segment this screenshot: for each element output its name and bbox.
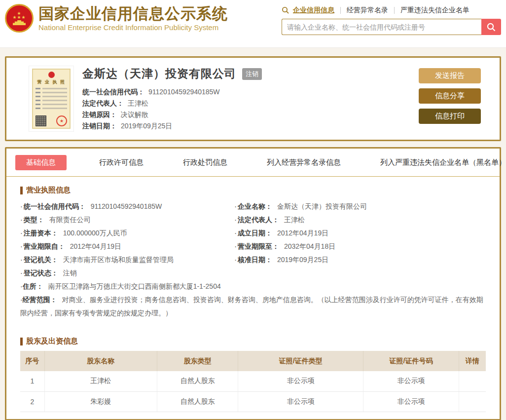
cell-shareholder-type: 自然人股东 (157, 391, 238, 412)
emblem-stars-icon: ★★★★ (12, 11, 26, 19)
top-nav: 企业信用信息 经营异常名录 严重违法失信企业名单 (282, 6, 501, 15)
send-report-button[interactable]: 发送报告 (419, 68, 481, 83)
tab-administrative-license[interactable]: 行政许可信息 (92, 155, 150, 170)
cell-no: 2 (20, 391, 44, 412)
field-company-type: ·类型：有限责任公司 (20, 213, 234, 227)
cell-cert-number: 非公示项 (363, 371, 459, 391)
tab-basic-info[interactable]: 基础信息 (15, 155, 67, 170)
site-subtitle: National Enterprise Credit Information P… (38, 23, 228, 33)
field-registered-capital: ·注册资本：100.000000万人民币 (20, 227, 234, 240)
search-icon (282, 6, 289, 14)
cell-detail (459, 391, 486, 412)
field-term-from: ·营业期限自：2012年04月19日 (20, 240, 234, 253)
shareholder-section: 股东及出资信息 序号 股东名称 股东类型 证照/证件类型 证照/证件号码 详情 … (20, 337, 486, 412)
table-header-row: 序号 股东名称 股东类型 证照/证件类型 证照/证件号码 详情 (20, 351, 486, 371)
col-header-shareholder-type: 股东类型 (157, 351, 238, 371)
nav-link-serious-violations[interactable]: 严重违法失信企业名单 (400, 6, 470, 15)
col-header-no: 序号 (20, 351, 44, 371)
field-credit-code: ·统一社会信用代码：91120104592940185W (20, 200, 234, 213)
section-title-shareholders: 股东及出资信息 (20, 337, 486, 346)
site-title: 国家企业信用信息公示系统 (38, 5, 228, 23)
tab-blacklist[interactable]: 列入严重违法失信企业名单（黑名单）信息 (373, 155, 506, 170)
field-registration-status: ·登记状态：注销 (20, 267, 234, 280)
cell-shareholder-name: 朱彩嫚 (44, 391, 157, 412)
nav-link-enterprise-credit[interactable]: 企业信用信息 (293, 6, 334, 15)
search-button-icon (486, 22, 496, 32)
business-license-thumbnail: 营 业 执 照 ★ (29, 66, 73, 131)
license-red-seal: ★ (56, 115, 67, 126)
field-credit-code: 统一社会信用代码：91120104592940185W (82, 86, 419, 98)
table-row: 2 朱彩嫚 自然人股东 非公示项 非公示项 (20, 391, 486, 412)
col-header-detail: 详情 (459, 351, 486, 371)
search-button[interactable] (481, 19, 501, 35)
nav-separator (394, 7, 395, 14)
cell-no: 1 (20, 371, 44, 391)
field-cancellation-date: 注销日期：2019年09月25日 (82, 120, 419, 132)
national-emblem-logo: ★★★★ (5, 4, 34, 33)
field-registration-authority: ·登记机关：天津市南开区市场和质量监督管理局 (20, 253, 234, 267)
license-qr-code (36, 115, 46, 126)
tab-abnormal-operations-list[interactable]: 列入经营异常名录信息 (260, 155, 348, 170)
site-header: ★★★★ 国家企业信用信息公示系统 National Enterprise Cr… (0, 0, 506, 48)
license-thumb-title: 营 业 执 照 (36, 79, 67, 85)
shareholder-table: 序号 股东名称 股东类型 证照/证件类型 证照/证件号码 详情 1 王津松 自然… (20, 351, 486, 412)
field-address: ·住所：南开区卫津路与万德庄大街交口西南侧新都大厦1-1-2504 (20, 280, 486, 293)
cell-cert-type: 非公示项 (238, 391, 363, 412)
section-title-bar (20, 187, 23, 194)
cell-shareholder-name: 王津松 (44, 371, 157, 391)
field-business-scope: ·经营范围：对商业、服务业进行投资；商务信息咨询、投资咨询、财务咨询、房地产信息… (20, 293, 486, 320)
field-term-to: ·营业期限至：2032年04月18日 (234, 240, 486, 253)
tab-bar: 基础信息 行政许可信息 行政处罚信息 列入经营异常名录信息 列入严重违法失信企业… (6, 149, 500, 177)
site-logo: ★★★★ 国家企业信用信息公示系统 National Enterprise Cr… (5, 4, 228, 33)
section-title-bar (20, 338, 23, 345)
cell-detail (459, 371, 486, 391)
search-input[interactable] (282, 19, 481, 35)
nav-separator (340, 7, 341, 14)
cell-cert-number: 非公示项 (363, 391, 459, 412)
field-legal-representative: ·法定代表人：王津松 (234, 213, 486, 227)
tab-administrative-penalty[interactable]: 行政处罚信息 (176, 155, 234, 170)
field-cancellation-reason: 注销原因：决议解散 (82, 109, 419, 120)
field-company-name: ·企业名称：金斯达（天津）投资有限公司 (234, 200, 486, 213)
col-header-cert-type: 证照/证件类型 (238, 351, 363, 371)
license-fields: ·统一社会信用代码：91120104592940185W ·类型：有限责任公司 … (20, 200, 486, 280)
field-legal-representative: 法定代表人：王津松 (82, 98, 419, 109)
print-info-button[interactable]: 信息打印 (419, 109, 481, 124)
company-name: 金斯达（天津）投资有限公司 (82, 66, 236, 81)
section-title-business-license: 营业执照信息 (20, 186, 486, 195)
status-badge: 注销 (242, 68, 262, 80)
license-text-lines (36, 88, 67, 109)
company-summary-card: 营 业 执 照 ★ 金斯达（天津）投资有限公司 注销 统一社会信用代码：9112… (5, 56, 501, 141)
cell-shareholder-type: 自然人股东 (157, 371, 238, 391)
nav-link-abnormal-operations[interactable]: 经营异常名录 (347, 6, 388, 15)
table-row: 1 王津松 自然人股东 非公示项 非公示项 (20, 371, 486, 391)
emblem-gate-icon (13, 20, 26, 25)
share-info-button[interactable]: 信息分享 (419, 88, 481, 104)
cell-cert-type: 非公示项 (238, 371, 363, 391)
field-approval-date: ·核准日期：2019年09月25日 (234, 253, 486, 267)
field-establishment-date: ·成立日期：2012年04月19日 (234, 227, 486, 240)
license-emblem-icon (48, 72, 55, 78)
main-info-card: 基础信息 行政许可信息 行政处罚信息 列入经营异常名录信息 列入严重违法失信企业… (5, 147, 501, 420)
col-header-cert-number: 证照/证件号码 (363, 351, 459, 371)
col-header-shareholder-name: 股东名称 (44, 351, 157, 371)
